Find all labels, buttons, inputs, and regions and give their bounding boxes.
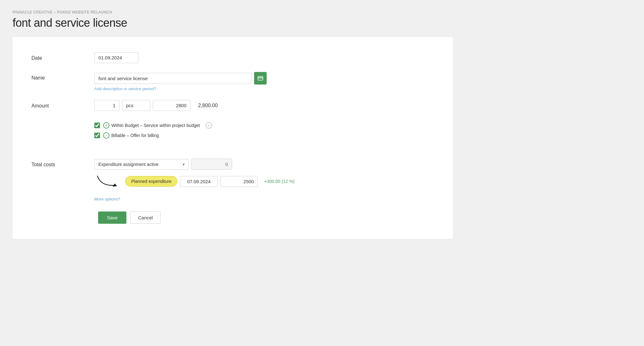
billable-checkbox-row: ✓ Billable – Offer for billing — [94, 132, 428, 139]
name-input[interactable] — [94, 73, 252, 84]
billable-icon: ✓ — [103, 132, 109, 139]
breadcrumb: PINNACLE CREATIVE – P24002 WEBSITE RELAU… — [13, 10, 631, 14]
total-costs-label: Total costs — [31, 159, 94, 168]
name-input-row — [94, 72, 428, 85]
buttons-row: Save Cancel — [31, 211, 428, 224]
name-label: Name — [31, 72, 94, 81]
date-label: Date — [31, 52, 94, 61]
planned-amount-input[interactable] — [220, 176, 258, 187]
amount-input-row: 2,800.00 — [94, 100, 428, 111]
date-controls — [94, 52, 428, 63]
amount-qty-input[interactable] — [94, 100, 119, 111]
planned-expenditure-row: Planned expenditure +300.00 (12 %) — [94, 173, 428, 189]
budget-checkbox[interactable] — [94, 123, 100, 128]
planned-expenditure-badge: Planned expenditure — [125, 176, 177, 187]
total-costs-controls: Expenditure assignment active ▾ Planned … — [94, 159, 428, 201]
date-row: Date — [31, 52, 428, 63]
amount-total: 2,800.00 — [198, 103, 230, 108]
budget-checkbox-label: ⟳ Within Budget – Service within project… — [103, 122, 200, 129]
billable-checkbox-label: ✓ Billable – Offer for billing — [103, 132, 159, 139]
cancel-button[interactable]: Cancel — [130, 211, 161, 224]
date-input[interactable] — [94, 52, 138, 63]
save-button[interactable]: Save — [98, 211, 126, 224]
buttons-spacer — [31, 211, 94, 224]
amount-unit-input[interactable] — [122, 100, 150, 111]
page-title: font and service license — [13, 16, 631, 30]
form-card: Date Name Add description or service per… — [13, 37, 453, 239]
chevron-down-icon: ▾ — [183, 162, 185, 167]
planned-date-input[interactable] — [180, 176, 218, 187]
name-controls: Add description or service period? — [94, 72, 428, 91]
checkboxes-row: ⟳ Within Budget – Service within project… — [31, 120, 428, 150]
name-icon-button[interactable] — [254, 72, 267, 85]
name-row: Name Add description or service period? — [31, 72, 428, 91]
checkboxes-spacer — [31, 120, 94, 123]
expenditure-total-input[interactable] — [191, 159, 232, 170]
info-icon[interactable]: i — [206, 122, 212, 129]
amount-row: Amount 2,800.00 — [31, 100, 428, 111]
diff-value: +300.00 (12 %) — [264, 179, 294, 184]
amount-price-input[interactable] — [153, 100, 191, 111]
total-costs-line1: Expenditure assignment active ▾ — [94, 159, 428, 170]
svg-rect-1 — [258, 77, 263, 78]
action-buttons: Save Cancel — [98, 211, 161, 224]
budget-icon: ⟳ — [103, 122, 109, 129]
more-options-link[interactable]: More options? — [94, 197, 428, 201]
page-header: PINNACLE CREATIVE – P24002 WEBSITE RELAU… — [13, 10, 631, 30]
amount-controls: 2,800.00 — [94, 100, 428, 111]
add-description-link[interactable]: Add description or service period? — [94, 86, 428, 91]
arrow-svg — [94, 173, 123, 189]
arrow-annotation — [94, 173, 123, 189]
budget-checkbox-row: ⟳ Within Budget – Service within project… — [94, 122, 428, 129]
total-costs-row: Total costs Expenditure assignment activ… — [31, 159, 428, 201]
amount-label: Amount — [31, 100, 94, 109]
billable-checkbox[interactable] — [94, 133, 100, 138]
checkboxes-controls: ⟳ Within Budget – Service within project… — [94, 120, 428, 150]
expenditure-dropdown[interactable]: Expenditure assignment active ▾ — [94, 159, 189, 170]
checkboxes-area: ⟳ Within Budget – Service within project… — [94, 122, 428, 142]
